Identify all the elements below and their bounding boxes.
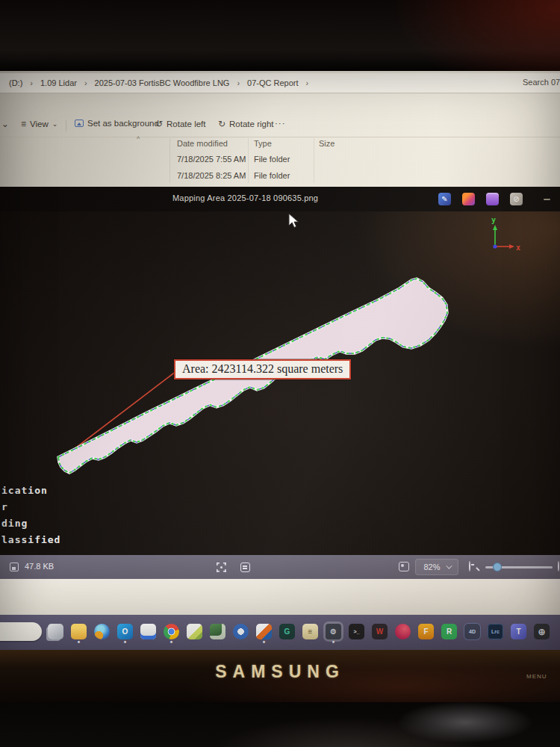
viewer-statusbar: 47.8 KB 82%: [0, 555, 560, 579]
file-date-modified: 7/18/2025 7:55 AM: [177, 155, 246, 164]
file-date-modified: 7/18/2025 8:25 AM: [177, 171, 246, 180]
taskbar-search-box[interactable]: [0, 622, 42, 641]
legend-line: ication: [1, 483, 60, 499]
f-app-icon[interactable]: F: [418, 624, 434, 639]
breadcrumb-item[interactable]: 1.09 Lidar: [37, 78, 80, 87]
picture-icon: [75, 120, 84, 127]
rotate-left-button[interactable]: ↺ Rotate left: [155, 119, 205, 129]
breadcrumb-item[interactable]: (D:): [6, 78, 25, 87]
chevron-down-icon: [446, 562, 452, 568]
view-icon: ≡: [21, 119, 26, 129]
file-row[interactable]: 7/18/2025 8:25 AM File folder: [0, 168, 560, 185]
viewer-titlebar: Mapping Area 2025-07-18 090635.png ✎⊘: [0, 187, 560, 211]
edge-browser-icon[interactable]: [94, 624, 110, 639]
mapping-area-image: y x: [0, 211, 560, 555]
running-app-indicator: •: [124, 639, 127, 646]
edit-image-icon[interactable]: ✎: [438, 193, 451, 205]
ebus-icon[interactable]: [233, 624, 249, 639]
breadcrumb-item[interactable]: 2025-07-03 FortisBC Woodfibre LNG: [92, 78, 233, 87]
bat-app-icon[interactable]: W: [372, 624, 388, 639]
visual-search-off-icon[interactable]: ⊘: [510, 193, 523, 205]
viewer-title: Mapping Area 2025-07-18 090635.png: [172, 193, 318, 202]
settings-gear-icon[interactable]: ⚙ •: [326, 624, 341, 639]
earth-globe-icon[interactable]: ⊕: [534, 624, 550, 639]
file-type: File folder: [254, 155, 290, 164]
zoom-level-dropdown[interactable]: 82%: [415, 559, 458, 575]
chrome-icon[interactable]: •: [164, 624, 179, 639]
task-view-icon[interactable]: [48, 624, 63, 639]
monitor-brand-logo: SAMSUNG: [0, 662, 560, 682]
taskbar: • O • •: [0, 615, 560, 650]
rotate-left-icon: ↺: [155, 119, 163, 129]
file-explorer-window: (D:) › 1.09 Lidar › 2025-07-03 FortisBC …: [0, 71, 560, 187]
file-explorer-icon[interactable]: •: [71, 624, 87, 639]
classification-legend: icationrdinglassified: [1, 483, 60, 548]
breadcrumb-item[interactable]: 07-QC Report: [244, 78, 301, 87]
legend-line: lassified: [1, 532, 60, 548]
photo-viewer-window: Mapping Area 2025-07-18 090635.png ✎⊘: [0, 187, 560, 579]
designer-icon[interactable]: [462, 193, 475, 205]
column-header-date-modified[interactable]: Date modified: [177, 139, 228, 148]
fullscreen-icon[interactable]: [217, 562, 226, 572]
breadcrumb-separator-icon: ›: [80, 78, 92, 87]
g-app-icon[interactable]: G: [279, 624, 295, 639]
explorer-toolbar: ⌄ ≡ View ⌄ Set as background ↺ Rotate le…: [0, 116, 560, 135]
running-app-indicator: •: [263, 639, 266, 646]
clipchamp-icon[interactable]: [486, 193, 499, 205]
rotate-right-button[interactable]: ↻ Rotate right: [218, 119, 274, 129]
zoom-out-icon[interactable]: [469, 561, 470, 571]
zoom-level-value: 82%: [423, 562, 440, 571]
monitor-bezel: SAMSUNG MENU: [0, 650, 560, 702]
save-icon[interactable]: [10, 562, 19, 571]
mouse-cursor: [288, 213, 301, 230]
file-row[interactable]: 7/18/2025 7:55 AM File folder: [0, 152, 560, 168]
microsoft-store-icon[interactable]: [140, 624, 156, 639]
notes-app-icon[interactable]: ≡: [302, 624, 318, 639]
4d-app-icon[interactable]: 4D: [464, 624, 480, 639]
breadcrumb-separator-icon: ›: [25, 78, 37, 87]
r-app-icon[interactable]: R: [441, 624, 457, 639]
running-app-indicator: •: [78, 639, 81, 646]
toolbar-overflow-chevron-icon[interactable]: ⌄: [1, 119, 9, 129]
monitor-photo: (D:) › 1.09 Lidar › 2025-07-03 FortisBC …: [0, 0, 560, 747]
more-options-button[interactable]: ···: [275, 119, 286, 128]
monitor-screen: (D:) › 1.09 Lidar › 2025-07-03 FortisBC …: [0, 71, 560, 650]
toolbar-underline: [0, 137, 560, 137]
breadcrumb-separator-icon: ›: [232, 78, 244, 87]
axis-y-label: y: [491, 216, 496, 224]
file-list: 7/18/2025 7:55 AM File folder 7/18/2025 …: [0, 152, 560, 185]
running-app-indicator: •: [170, 639, 173, 646]
view-button[interactable]: ≡ View ⌄: [21, 119, 57, 129]
chevron-down-icon: ⌄: [52, 120, 58, 128]
legend-line: ding: [1, 515, 60, 532]
area-measurement-label: Area: 2423114.322 square meters: [174, 359, 351, 379]
contacts-app-icon[interactable]: •: [256, 624, 272, 639]
terminal-icon[interactable]: >_: [349, 624, 364, 639]
breadcrumb: (D:) › 1.09 Lidar › 2025-07-03 FortisBC …: [6, 78, 313, 87]
zoom-in-icon[interactable]: [558, 561, 559, 571]
desk-background: [0, 702, 560, 747]
rotate-right-icon: ↻: [218, 119, 225, 129]
axis-x-label: x: [516, 244, 520, 252]
snipping-photos-icon[interactable]: [187, 624, 202, 639]
set-as-background-button[interactable]: Set as background: [75, 119, 159, 128]
lightroom-classic-icon[interactable]: Lrc: [488, 624, 503, 639]
swirl-app-icon[interactable]: [395, 624, 411, 639]
zoom-slider-thumb[interactable]: [493, 562, 502, 571]
text-extract-icon[interactable]: [240, 562, 250, 572]
column-headers: ^ Date modified Type Size: [0, 138, 560, 150]
trail-map-icon[interactable]: [210, 624, 225, 639]
room-background: [0, 0, 560, 71]
teams-icon[interactable]: T: [511, 624, 526, 639]
column-header-size[interactable]: Size: [319, 139, 335, 148]
more-options-icon[interactable]: [544, 199, 550, 200]
outlook-icon[interactable]: O •: [117, 624, 133, 639]
running-app-indicator: •: [332, 639, 335, 646]
column-header-type[interactable]: Type: [254, 139, 272, 148]
toolbar-divider: [66, 120, 66, 131]
fit-image-icon[interactable]: [399, 562, 409, 571]
search-input[interactable]: Search 07-Q: [523, 78, 560, 87]
explorer-background-strip: [0, 579, 560, 615]
viewer-canvas[interactable]: y x Area: 2423114.322 square meters icat…: [0, 211, 560, 555]
sort-caret-icon: ^: [137, 135, 140, 143]
